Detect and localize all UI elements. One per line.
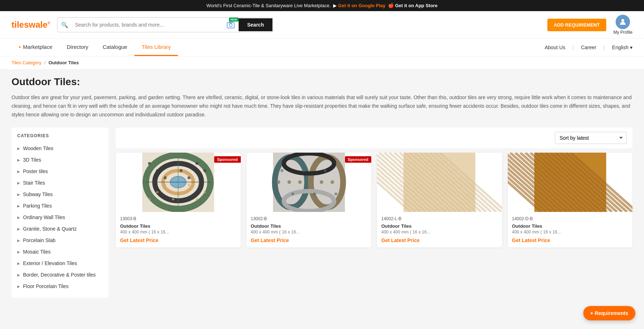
product-code: 14002-L-B (381, 216, 498, 221)
product-type: Outdoor Tiles (512, 223, 629, 229)
top-banner: World's First Ceramic-Tile & Sanitarywar… (0, 0, 644, 11)
sidebar-item-label: Exterior / Elevation Tiles (23, 260, 77, 266)
product-size: 400 x 400 mm ( 16 x 16... (381, 230, 498, 235)
nav-catalogue[interactable]: Catalogue (96, 39, 134, 56)
nav: ● Marketplace Directory Catalogue Tiles … (0, 39, 644, 56)
profile-button[interactable]: My Profile (613, 15, 632, 35)
breadcrumb-separator: / (44, 60, 46, 65)
nav-tileslibrary-label: Tiles Library (142, 44, 171, 50)
svg-point-21 (164, 184, 166, 186)
svg-point-39 (291, 193, 294, 195)
chevron-right-icon: ▶ (17, 170, 20, 173)
nav-marketplace-label: Marketplace (23, 44, 52, 50)
camera-search-button[interactable]: NEW (223, 18, 239, 32)
sidebar-item-label: 3D Tiles (23, 157, 41, 163)
nav-divider-1: | (572, 45, 574, 50)
products-area: Sort by latestSort by oldestSort by pric… (116, 128, 632, 298)
svg-point-24 (188, 184, 190, 186)
sidebar-item[interactable]: ▶Subway Tiles (12, 189, 109, 200)
product-card: Sponsored 13003-B Outdoor Tiles 400 x 40… (116, 153, 241, 247)
chevron-right-icon: ▶ (17, 284, 20, 288)
breadcrumb: Tiles Category / Outdoor Tiles (0, 56, 644, 69)
nav-tiles-library[interactable]: Tiles Library (134, 39, 178, 56)
svg-point-32 (276, 180, 280, 184)
add-requirement-button[interactable]: ADD REQUIREMENT (547, 19, 606, 31)
sidebar-item[interactable]: ▶Stair Tiles (12, 177, 109, 189)
chevron-right-icon: ▶ (17, 181, 20, 185)
about-link[interactable]: About Us (544, 45, 565, 50)
get-latest-price-link[interactable]: Get Latest Price (512, 237, 551, 243)
apple-link[interactable]: Get it on App Store (395, 3, 437, 8)
logo-text: tileswale® (12, 20, 50, 30)
svg-point-41 (313, 193, 316, 195)
nav-left: ● Marketplace Directory Catalogue Tiles … (12, 39, 178, 56)
chevron-right-icon: ▶ (17, 193, 20, 196)
get-latest-price-link[interactable]: Get Latest Price (120, 237, 158, 243)
product-size: 400 x 400 mm ( 16 x 16... (512, 230, 629, 235)
sidebar-item[interactable]: ▶Granite, Stone & Quartz (12, 223, 109, 235)
search-container: 🔍 NEW Search (57, 17, 273, 32)
sidebar-item-marketplace[interactable]: ● Marketplace (12, 39, 60, 56)
sidebar-item[interactable]: ▶Ordinary Wall Tiles (12, 212, 109, 223)
avatar (616, 15, 630, 29)
sort-select[interactable]: Sort by latestSort by oldestSort by pric… (555, 132, 627, 144)
sidebar-item[interactable]: ▶Exterior / Elevation Tiles (12, 258, 109, 269)
svg-point-3 (621, 19, 624, 22)
svg-point-23 (180, 191, 182, 193)
sidebar-item-label: Mosaic Tiles (23, 249, 51, 255)
product-info: 13002-B Outdoor Tiles 400 x 400 mm ( 16 … (247, 212, 372, 247)
svg-point-1 (229, 24, 232, 27)
sidebar-item[interactable]: ▶Parking Tiles (12, 200, 109, 212)
google-play-link[interactable]: Get it on Google Play (338, 3, 385, 8)
chevron-right-icon: ▶ (17, 273, 20, 277)
chevron-right-icon: ▶ (17, 227, 20, 231)
sidebar-item[interactable]: ▶3D Tiles (12, 154, 109, 166)
svg-point-11 (148, 162, 151, 165)
career-link[interactable]: Career (581, 45, 597, 50)
sidebar-item-label: Granite, Stone & Quartz (23, 226, 77, 232)
new-badge: NEW (229, 18, 239, 22)
sidebar-item-label: Subway Tiles (23, 191, 52, 197)
get-latest-price-link[interactable]: Get Latest Price (381, 237, 420, 243)
language-button[interactable]: English ▾ (612, 45, 632, 50)
sidebar-item-label: Poster tiles (23, 168, 48, 174)
product-size: 400 x 400 mm ( 16 x 16... (120, 230, 236, 235)
search-button[interactable]: Search (239, 18, 273, 31)
sidebar-item-label: Stair Tiles (23, 180, 45, 186)
sidebar-item-label: Border, Decorative & Poster tiles (23, 272, 96, 278)
svg-point-18 (203, 169, 206, 172)
page-title: Outdoor Tiles: (12, 76, 632, 88)
product-size: 400 x 400 mm ( 16 x 16... (251, 230, 367, 235)
language-label: English (612, 45, 629, 50)
chevron-right-icon: ▶ (17, 216, 20, 219)
svg-point-22 (172, 198, 174, 200)
product-type: Outdoor Tiles (381, 223, 498, 229)
sidebar-item[interactable]: ▶Mosaic Tiles (12, 246, 109, 258)
sidebar-item[interactable]: ▶Poster tiles (12, 166, 109, 177)
sidebar-item[interactable]: ▶Floor Porcelain Tiles (12, 281, 109, 292)
svg-point-38 (280, 169, 283, 172)
sidebar-item[interactable]: ▶Porcelain Slab (12, 235, 109, 246)
svg-point-20 (156, 191, 158, 193)
search-input[interactable] (72, 18, 222, 31)
svg-point-15 (180, 169, 183, 172)
nav-directory[interactable]: Directory (60, 39, 96, 56)
logo-prefix: tiles (12, 20, 29, 29)
svg-point-37 (330, 180, 334, 184)
sidebar-item-label: Floor Porcelain Tiles (23, 283, 69, 289)
svg-point-19 (148, 198, 151, 200)
banner-text: World's First Ceramic-Tile & Sanitarywar… (207, 3, 331, 8)
product-info: 14002-D-B Outdoor Tiles 400 x 400 mm ( 1… (508, 212, 633, 247)
svg-point-16 (188, 176, 190, 179)
svg-point-42 (323, 169, 326, 172)
breadcrumb-parent[interactable]: Tiles Category (12, 60, 41, 65)
sidebar: CATEGORIES ▶Wooden Tiles▶3D Tiles▶Poster… (12, 128, 109, 298)
nav-divider-2: | (603, 45, 605, 50)
sidebar-item[interactable]: ▶Border, Decorative & Poster tiles (12, 269, 109, 281)
header-right: ADD REQUIREMENT My Profile (547, 15, 632, 35)
search-icon: 🔍 (58, 22, 72, 28)
get-latest-price-link[interactable]: Get Latest Price (251, 237, 289, 243)
logo[interactable]: tileswale® (12, 20, 50, 30)
svg-rect-2 (229, 22, 232, 23)
sidebar-item[interactable]: ▶Wooden Tiles (12, 143, 109, 154)
